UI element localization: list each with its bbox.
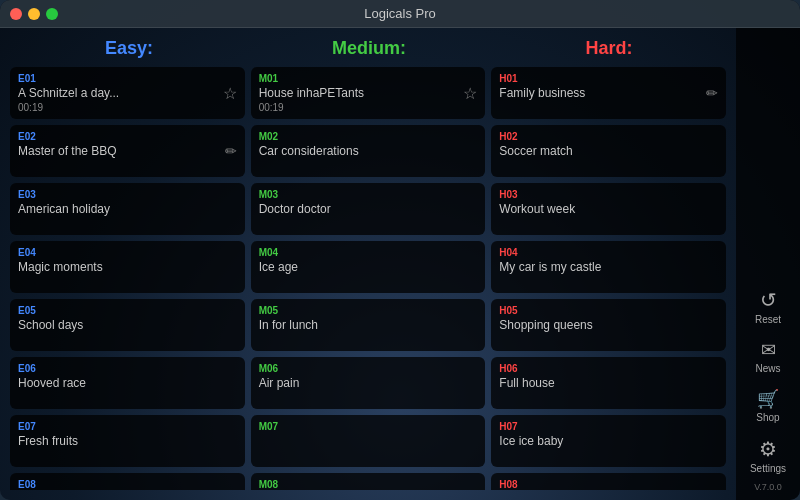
card-title: Doctor doctor: [259, 202, 478, 218]
card-title: In for lunch: [259, 318, 478, 334]
card-title: Family business: [499, 86, 718, 102]
card-title: School days: [18, 318, 237, 334]
titlebar: Logicals Pro: [0, 0, 800, 28]
card-h04[interactable]: H04 My car is my castle: [491, 241, 726, 293]
card-e01[interactable]: E01 A Schnitzel a day... 00:19 ☆: [10, 67, 245, 119]
settings-icon: ⚙: [759, 437, 777, 461]
card-title: Soccer match: [499, 144, 718, 160]
card-title: A Schnitzel a day...: [18, 86, 237, 102]
maximize-button[interactable]: [46, 8, 58, 20]
card-title: Air pain: [259, 376, 478, 392]
card-h08[interactable]: H08: [491, 473, 726, 490]
card-id: H03: [499, 189, 718, 200]
pencil-icon: ✏: [706, 85, 718, 101]
star-icon: ☆: [223, 84, 237, 103]
card-title: My car is my castle: [499, 260, 718, 276]
card-id: H07: [499, 421, 718, 432]
minimize-button[interactable]: [28, 8, 40, 20]
reset-label: Reset: [755, 314, 781, 325]
sidebar-item-settings[interactable]: ⚙ Settings: [740, 431, 796, 480]
card-h01[interactable]: H01 Family business ✏: [491, 67, 726, 119]
card-title: Workout week: [499, 202, 718, 218]
card-id: M05: [259, 305, 478, 316]
card-title: American holiday: [18, 202, 237, 218]
card-id: M08: [259, 479, 478, 490]
sidebar: ↺ Reset ✉ News 🛒 Shop ⚙ Settings V.7.0.0: [736, 28, 800, 500]
card-title: Ice age: [259, 260, 478, 276]
card-e06[interactable]: E06 Hooved race: [10, 357, 245, 409]
reset-icon: ↺: [760, 288, 777, 312]
card-id: M04: [259, 247, 478, 258]
card-id: H04: [499, 247, 718, 258]
card-m05[interactable]: M05 In for lunch: [251, 299, 486, 351]
main-content: Easy: Medium: Hard: E01 A Schnitzel a da…: [0, 28, 800, 500]
card-h02[interactable]: H02 Soccer match: [491, 125, 726, 177]
hard-header: Hard:: [492, 38, 726, 59]
sidebar-item-shop[interactable]: 🛒 Shop: [740, 382, 796, 429]
card-id: H06: [499, 363, 718, 374]
star-icon: ☆: [463, 84, 477, 103]
card-h03[interactable]: H03 Workout week: [491, 183, 726, 235]
card-title: Hooved race: [18, 376, 237, 392]
card-id: E01: [18, 73, 237, 84]
window-controls: [10, 8, 58, 20]
card-title: Master of the BBQ: [18, 144, 237, 160]
news-label: News: [755, 363, 780, 374]
shop-label: Shop: [756, 412, 779, 423]
shop-icon: 🛒: [757, 388, 779, 410]
card-m07[interactable]: M07: [251, 415, 486, 467]
pencil-icon: ✏: [225, 143, 237, 159]
card-e04[interactable]: E04 Magic moments: [10, 241, 245, 293]
sidebar-item-reset[interactable]: ↺ Reset: [740, 282, 796, 331]
card-id: M06: [259, 363, 478, 374]
card-title: House inhaPETants: [259, 86, 478, 102]
column-headers: Easy: Medium: Hard:: [10, 38, 726, 59]
card-title: Ice ice baby: [499, 434, 718, 450]
easy-header: Easy:: [12, 38, 246, 59]
card-title: Fresh fruits: [18, 434, 237, 450]
card-id: H02: [499, 131, 718, 142]
card-title: Magic moments: [18, 260, 237, 276]
card-id: H01: [499, 73, 718, 84]
card-e08[interactable]: E08: [10, 473, 245, 490]
card-m06[interactable]: M06 Air pain: [251, 357, 486, 409]
card-id: E07: [18, 421, 237, 432]
card-m01[interactable]: M01 House inhaPETants 00:19 ☆: [251, 67, 486, 119]
card-id: M07: [259, 421, 478, 432]
card-m02[interactable]: M02 Car considerations: [251, 125, 486, 177]
card-e02[interactable]: E02 Master of the BBQ ✏: [10, 125, 245, 177]
card-id: M01: [259, 73, 478, 84]
card-e07[interactable]: E07 Fresh fruits: [10, 415, 245, 467]
app-title: Logicals Pro: [364, 6, 436, 21]
card-id: E06: [18, 363, 237, 374]
news-icon: ✉: [761, 339, 776, 361]
card-id: E08: [18, 479, 237, 490]
card-subtitle: 00:19: [259, 102, 478, 113]
sidebar-item-news[interactable]: ✉ News: [740, 333, 796, 380]
card-id: M03: [259, 189, 478, 200]
content-area: Easy: Medium: Hard: E01 A Schnitzel a da…: [0, 28, 736, 500]
card-m04[interactable]: M04 Ice age: [251, 241, 486, 293]
card-id: H05: [499, 305, 718, 316]
card-h07[interactable]: H07 Ice ice baby: [491, 415, 726, 467]
card-e05[interactable]: E05 School days: [10, 299, 245, 351]
medium-header: Medium:: [252, 38, 486, 59]
card-id: E03: [18, 189, 237, 200]
card-subtitle: 00:19: [18, 102, 237, 113]
card-id: E04: [18, 247, 237, 258]
card-e03[interactable]: E03 American holiday: [10, 183, 245, 235]
close-button[interactable]: [10, 8, 22, 20]
app-window: Logicals Pro Easy: Medium: Hard: E01 A S…: [0, 0, 800, 500]
card-title: Full house: [499, 376, 718, 392]
card-m03[interactable]: M03 Doctor doctor: [251, 183, 486, 235]
card-title: Car considerations: [259, 144, 478, 160]
card-id: E05: [18, 305, 237, 316]
card-id: E02: [18, 131, 237, 142]
card-id: M02: [259, 131, 478, 142]
card-id: H08: [499, 479, 718, 490]
card-m08[interactable]: M08: [251, 473, 486, 490]
card-h06[interactable]: H06 Full house: [491, 357, 726, 409]
version-label: V.7.0.0: [754, 482, 782, 494]
card-h05[interactable]: H05 Shopping queens: [491, 299, 726, 351]
settings-label: Settings: [750, 463, 786, 474]
